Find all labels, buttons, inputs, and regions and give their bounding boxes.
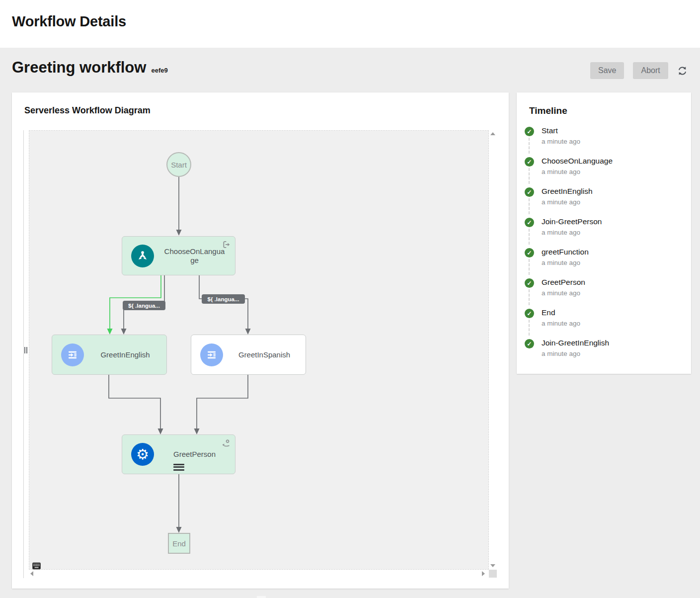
diagram-title: Serverless Workflow Diagram (24, 105, 151, 116)
node-label: Start (171, 161, 187, 169)
node-start[interactable]: Start (166, 152, 191, 177)
timeline-panel: Timeline ✓ Start a minute ago ✓ ChooseOn… (517, 92, 691, 374)
scroll-up-icon[interactable] (490, 132, 495, 135)
workflow-name: Greeting workflow (12, 59, 146, 77)
edge-condition-badge[interactable]: ${ .langua... (123, 301, 165, 310)
timeline-item-label: Start (542, 126, 686, 135)
diagram-vertical-scrollbar[interactable] (489, 130, 497, 570)
operation-state-icon (222, 438, 231, 448)
timeline-item-time: a minute ago (542, 289, 686, 297)
check-circle-icon: ✓ (525, 309, 534, 318)
timeline-item-time: a minute ago (542, 320, 686, 327)
scroll-left-icon[interactable] (30, 571, 33, 576)
timeline-item-time: a minute ago (542, 259, 686, 266)
node-end[interactable]: End (168, 533, 190, 554)
node-actions-menu-icon[interactable] (173, 462, 184, 472)
timeline-item: ✓ Join-GreetInEnglish a minute ago (525, 337, 686, 367)
sync-icon (677, 66, 688, 76)
edge-spanish-to-person (197, 375, 248, 429)
check-circle-icon: ✓ (525, 187, 534, 197)
node-label: ChooseOnLanguage (163, 247, 226, 264)
check-circle-icon: ✓ (525, 218, 534, 227)
scroll-right-icon[interactable] (482, 571, 485, 576)
workflow-actions: Save Abort (590, 62, 689, 79)
timeline-item: ✓ ChooseOnLanguage a minute ago (525, 155, 686, 185)
timeline-item-label: GreetInEnglish (542, 187, 686, 196)
node-greet-in-spanish[interactable]: GreetInSpanish (191, 335, 306, 375)
timeline-item: ✓ Start a minute ago (525, 124, 686, 155)
check-circle-icon: ✓ (525, 157, 534, 167)
check-circle-icon: ✓ (525, 248, 534, 257)
bottom-panel-edge (257, 596, 266, 598)
keyboard-shortcuts-icon[interactable] (32, 562, 41, 570)
timeline-item: ✓ GreetPerson a minute ago (525, 276, 686, 306)
workflow-id: eefe9 (151, 67, 167, 74)
timeline-item-label: GreetPerson (542, 278, 686, 287)
node-label: GreetInEnglish (84, 350, 166, 359)
scroll-down-icon[interactable] (490, 564, 495, 567)
edge-english-to-person (109, 375, 160, 429)
timeline-item-time: a minute ago (542, 229, 686, 236)
timeline-item-time: a minute ago (542, 138, 686, 145)
timeline-item-label: End (542, 308, 686, 317)
check-circle-icon: ✓ (525, 339, 534, 348)
save-button[interactable]: Save (590, 62, 624, 79)
node-choose-on-language[interactable]: ChooseOnLanguage (122, 236, 235, 275)
node-label: GreetInSpanish (223, 350, 306, 359)
timeline-list: ✓ Start a minute ago ✓ ChooseOnLanguage … (525, 124, 686, 367)
inject-icon (200, 343, 223, 366)
timeline-item: ✓ GreetInEnglish a minute ago (525, 185, 686, 215)
diagram-horizontal-scrollbar[interactable] (29, 570, 489, 578)
check-circle-icon: ✓ (525, 278, 534, 288)
diagram-panel: Serverless Workflow Diagram (12, 92, 509, 589)
timeline-item-time: a minute ago (542, 168, 686, 175)
page-title: Workflow Details (12, 13, 126, 30)
switch-state-icon (222, 240, 231, 249)
node-label: GreetPerson (154, 450, 235, 458)
timeline-item: ✓ greetFunction a minute ago (525, 246, 686, 276)
abort-button[interactable]: Abort (633, 62, 668, 79)
edge-condition-badge[interactable]: ${ .langua... (202, 294, 245, 304)
timeline-item: ✓ End a minute ago (525, 306, 686, 337)
timeline-item-time: a minute ago (542, 350, 686, 357)
timeline-item-time: a minute ago (542, 198, 686, 206)
top-bar: Workflow Details (0, 0, 700, 48)
gear-icon: ⚙ (131, 443, 154, 466)
node-label: End (172, 539, 186, 548)
inject-icon (61, 343, 84, 366)
refresh-button[interactable] (676, 65, 689, 77)
node-greet-person[interactable]: ⚙ GreetPerson (122, 434, 235, 474)
timeline-item-label: ChooseOnLanguage (542, 157, 686, 166)
workflow-header: Greeting workflow eefe9 (12, 59, 168, 77)
timeline-item-label: Join-GreetInEnglish (542, 339, 686, 347)
timeline-title: Timeline (529, 105, 567, 116)
check-circle-icon: ✓ (525, 127, 534, 136)
panel-resize-handle[interactable] (24, 347, 27, 353)
timeline-item-label: greetFunction (542, 248, 686, 256)
branch-icon (131, 245, 154, 267)
panel-divider (23, 130, 24, 578)
scrollbar-corner (489, 570, 497, 578)
timeline-item-label: Join-GreetPerson (542, 217, 686, 226)
timeline-item: ✓ Join-GreetPerson a minute ago (525, 215, 686, 246)
diagram-canvas[interactable]: ${ .langua... ${ .langua... Start (29, 130, 489, 570)
node-greet-in-english[interactable]: GreetInEnglish (52, 335, 167, 375)
